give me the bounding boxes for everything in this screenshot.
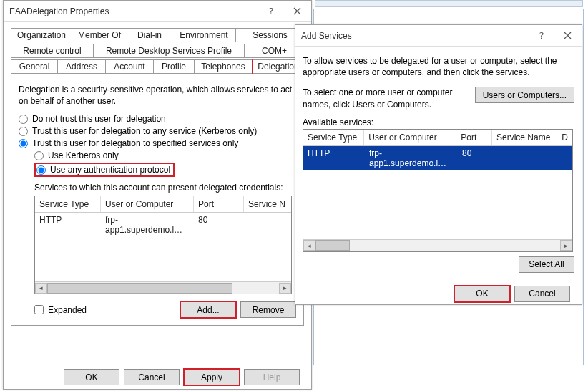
apply-button[interactable]: Apply xyxy=(184,369,240,385)
add-services-title: Add Services xyxy=(301,31,529,41)
properties-title: EAADelegation Properties xyxy=(9,6,258,16)
cell-d xyxy=(559,146,572,170)
radio-no-trust[interactable]: Do not trust this user for delegation xyxy=(19,114,296,124)
expanded-checkbox[interactable]: Expanded xyxy=(34,305,176,315)
radio-any-auth-highlight: Use any authentication protocol xyxy=(34,163,175,177)
tab-remote-control[interactable]: Remote control xyxy=(11,44,94,58)
ok-button[interactable]: OK xyxy=(64,369,119,385)
delegation-panel: Delegation is a security-sensitive opera… xyxy=(11,74,304,326)
cell-port: 80 xyxy=(458,146,494,170)
tab-address[interactable]: Address xyxy=(57,59,106,74)
col-port[interactable]: Port xyxy=(456,130,492,145)
add-services-intro: To allow services to be delegated for a … xyxy=(303,55,574,78)
cell-user-computer: frp-app1.superdemo.l… xyxy=(101,213,194,237)
cancel-button[interactable]: Cancel xyxy=(124,369,180,385)
scroll-left-icon[interactable]: ◂ xyxy=(35,283,47,294)
help-icon[interactable]: ? xyxy=(529,26,554,46)
expanded-checkbox-input[interactable] xyxy=(34,305,44,314)
tab-rds-profile[interactable]: Remote Desktop Services Profile xyxy=(93,44,245,58)
radio-kerberos-only-input[interactable] xyxy=(34,151,44,160)
radio-no-trust-label: Do not trust this user for delegation xyxy=(32,114,166,124)
help-button[interactable]: Help xyxy=(244,369,300,385)
help-icon[interactable]: ? xyxy=(258,1,284,21)
radio-specified-label: Trust this user for delegation to specif… xyxy=(32,138,238,148)
tab-profile[interactable]: Profile xyxy=(153,59,195,74)
add-services-dialog: Add Services ? To allow services to be d… xyxy=(295,24,582,305)
scroll-left-icon[interactable]: ◂ xyxy=(303,240,315,251)
tab-telephones[interactable]: Telephones xyxy=(194,59,253,74)
available-services-grid[interactable]: Service Type User or Computer Port Servi… xyxy=(303,129,573,252)
tab-account[interactable]: Account xyxy=(105,59,154,74)
cancel-button[interactable]: Cancel xyxy=(514,286,570,302)
tab-environment[interactable]: Environment xyxy=(172,28,236,42)
available-services-label: Available services: xyxy=(303,117,574,127)
tabs-row-3: General Address Account Profile Telephon… xyxy=(11,59,304,74)
cell-port: 80 xyxy=(194,213,244,237)
scroll-right-icon[interactable]: ▸ xyxy=(560,240,572,251)
radio-kerberos-only-label: Use Kerberos only xyxy=(48,150,119,160)
col-service-type[interactable]: Service Type xyxy=(303,130,364,145)
radio-specified[interactable]: Trust this user for delegation to specif… xyxy=(19,138,296,148)
properties-titlebar: EAADelegation Properties ? xyxy=(4,1,311,22)
cell-service-name xyxy=(494,146,559,170)
select-users-text: To select one or more user or computer n… xyxy=(303,87,462,110)
users-or-computers-button[interactable]: Users or Computers... xyxy=(475,87,574,103)
credentials-table-label: Services to which this account can prese… xyxy=(34,183,296,193)
radio-any-service-input[interactable] xyxy=(19,127,28,136)
properties-dialog: EAADelegation Properties ? Organization … xyxy=(3,0,312,390)
credentials-grid[interactable]: Service Type User or Computer Port Servi… xyxy=(34,196,292,294)
scroll-thumb[interactable] xyxy=(315,240,350,251)
cell-service-type: HTTP xyxy=(303,146,365,170)
tab-organization[interactable]: Organization xyxy=(11,28,72,42)
radio-any-service-label: Trust this user for delegation to any se… xyxy=(32,126,257,136)
col-service-name[interactable]: Service N xyxy=(244,196,291,212)
add-button[interactable]: Add... xyxy=(180,301,236,318)
close-icon[interactable] xyxy=(284,1,310,21)
tabs-row-1: Organization Member Of Dial-in Environme… xyxy=(11,28,304,42)
col-user-computer[interactable]: User or Computer xyxy=(101,196,194,212)
col-port[interactable]: Port xyxy=(194,196,244,212)
horizontal-scrollbar[interactable]: ◂ ▸ xyxy=(35,281,291,294)
col-user-computer[interactable]: User or Computer xyxy=(364,130,456,145)
radio-no-trust-input[interactable] xyxy=(19,115,28,124)
col-service-type[interactable]: Service Type xyxy=(35,196,101,212)
properties-footer: OK Cancel Apply Help xyxy=(11,360,304,390)
radio-kerberos-only[interactable]: Use Kerberos only xyxy=(34,150,296,160)
col-d[interactable]: D xyxy=(557,130,572,145)
scroll-thumb[interactable] xyxy=(47,283,232,294)
select-all-button[interactable]: Select All xyxy=(519,256,574,273)
table-row[interactable]: HTTP frp-app1.superdemo.l… 80 xyxy=(35,213,291,237)
delegation-explain: Delegation is a security-sensitive opera… xyxy=(19,84,296,107)
credentials-grid-header: Service Type User or Computer Port Servi… xyxy=(35,196,291,213)
tab-dial-in[interactable]: Dial-in xyxy=(127,28,172,42)
radio-any-auth-input[interactable] xyxy=(36,165,46,175)
scroll-right-icon[interactable]: ▸ xyxy=(279,283,291,294)
radio-any-auth-label: Use any authentication protocol xyxy=(50,165,170,175)
radio-specified-input[interactable] xyxy=(19,139,28,148)
expanded-label: Expanded xyxy=(48,305,87,315)
remove-button[interactable]: Remove xyxy=(240,301,296,318)
col-service-name[interactable]: Service Name xyxy=(492,130,557,145)
available-services-header: Service Type User or Computer Port Servi… xyxy=(303,130,572,146)
radio-any-service[interactable]: Trust this user for delegation to any se… xyxy=(19,126,296,136)
cell-service-name xyxy=(244,213,291,237)
close-icon[interactable] xyxy=(554,26,580,46)
add-services-titlebar: Add Services ? xyxy=(295,25,582,47)
horizontal-scrollbar[interactable]: ◂ ▸ xyxy=(303,239,572,251)
ok-button[interactable]: OK xyxy=(454,286,510,302)
table-row[interactable]: HTTP frp-app1.superdemo.l… 80 xyxy=(303,146,572,170)
cell-user-computer: frp-app1.superdemo.l… xyxy=(365,146,458,170)
tab-general[interactable]: General xyxy=(11,59,58,74)
tabs-row-2: Remote control Remote Desktop Services P… xyxy=(11,44,304,58)
tab-member-of[interactable]: Member Of xyxy=(72,28,127,42)
cell-service-type: HTTP xyxy=(35,213,101,237)
